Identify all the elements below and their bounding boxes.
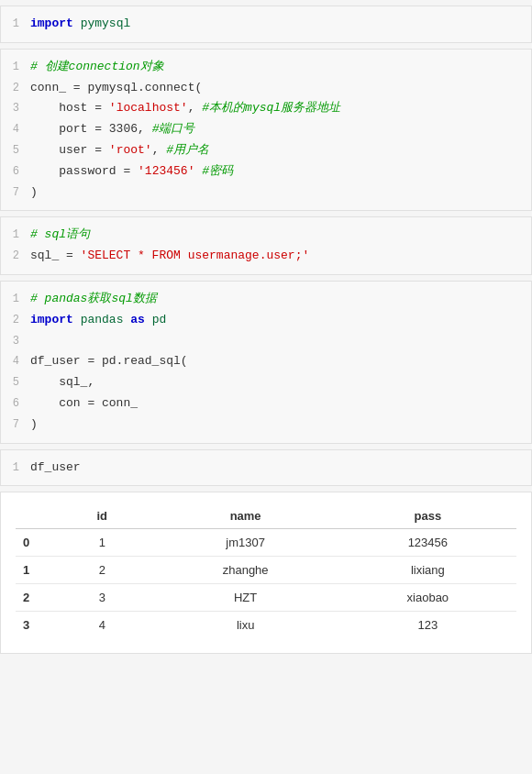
- code-content: user = 'root', #用户名: [30, 141, 531, 160]
- code-line: 4 df_user = pd.read_sql(: [1, 351, 531, 372]
- table-header-pass: pass: [339, 503, 516, 529]
- code-content: sql_,: [30, 373, 531, 393]
- code-line: 1 import pymysql: [1, 14, 531, 35]
- code-content: password = '123456' #密码: [30, 162, 531, 182]
- table-cell-pass: lixiang: [339, 557, 516, 584]
- line-number: 4: [1, 353, 30, 370]
- table-cell-id: 3: [52, 584, 152, 612]
- code-content: sql_ = 'SELECT * FROM usermanage.user;': [30, 247, 531, 266]
- code-line: 2 conn_ = pymysql.connect(: [1, 78, 531, 99]
- line-number: 3: [1, 100, 30, 117]
- line-number: 7: [1, 416, 30, 434]
- line-number: 1: [1, 16, 30, 33]
- code-content: [30, 332, 531, 351]
- line-number: 7: [1, 184, 30, 202]
- table-cell-id: 4: [52, 612, 152, 639]
- code-line: 7 ): [1, 182, 531, 204]
- code-content: # sql语句: [30, 226, 531, 245]
- table-cell-name: zhanghe: [152, 557, 339, 584]
- code-content: # 创建connection对象: [30, 58, 531, 77]
- table-cell-index: 2: [16, 584, 52, 612]
- line-number: 2: [1, 80, 30, 97]
- table-header-index: [16, 503, 52, 529]
- line-number: 1: [1, 227, 30, 244]
- code-content: ): [30, 415, 531, 435]
- code-line: 3 host = 'localhost', #本机的mysql服务器地址: [1, 98, 531, 119]
- table-cell-index: 0: [16, 529, 52, 557]
- code-block-1: 1 import pymysql: [0, 6, 532, 43]
- table-cell-index: 3: [16, 612, 52, 639]
- code-content: # pandas获取sql数据: [30, 290, 531, 309]
- line-number: 2: [1, 312, 30, 329]
- code-content: conn_ = pymysql.connect(: [30, 79, 531, 98]
- line-number: 1: [1, 459, 30, 477]
- code-line: 2 import pandas as pd: [1, 310, 531, 331]
- code-line: 2 sql_ = 'SELECT * FROM usermanage.user;…: [1, 246, 531, 267]
- dataframe-table: id name pass 01jm130712345612zhanghelixi…: [16, 503, 516, 638]
- line-number: 6: [1, 395, 30, 413]
- code-line: 4 port = 3306, #端口号: [1, 119, 531, 140]
- line-number: 2: [1, 248, 30, 265]
- line-number: 5: [1, 142, 30, 160]
- code-content: port = 3306, #端口号: [30, 120, 531, 139]
- code-content: df_user: [30, 459, 531, 478]
- code-line: 1 df_user: [1, 458, 531, 479]
- code-line: 3: [1, 331, 531, 352]
- line-number: 4: [1, 121, 30, 138]
- code-line: 6 con = conn_: [1, 393, 531, 415]
- code-line: 5 sql_,: [1, 372, 531, 393]
- table-header-row: id name pass: [16, 503, 516, 529]
- line-number: 3: [1, 333, 30, 350]
- line-number: 6: [1, 163, 30, 181]
- table-body: 01jm130712345612zhanghelixiang23HZTxiaob…: [16, 529, 516, 639]
- table-cell-index: 1: [16, 557, 52, 584]
- table-cell-id: 2: [52, 557, 152, 584]
- table-cell-id: 1: [52, 529, 152, 557]
- code-line: 5 user = 'root', #用户名: [1, 140, 531, 161]
- table-cell-pass: 123: [339, 612, 516, 639]
- code-line: 1 # sql语句: [1, 225, 531, 246]
- table-cell-pass: 123456: [339, 529, 516, 557]
- dataframe-output: id name pass 01jm130712345612zhanghelixi…: [0, 492, 532, 654]
- code-content: con = conn_: [30, 394, 531, 414]
- code-content: ): [30, 183, 531, 203]
- table-row: 23HZTxiaobao: [16, 584, 516, 612]
- code-content: import pandas as pd: [30, 311, 531, 330]
- code-content: host = 'localhost', #本机的mysql服务器地址: [30, 99, 531, 118]
- table-row: 01jm1307123456: [16, 529, 516, 557]
- code-line: 1 # 创建connection对象: [1, 57, 531, 78]
- code-line: 7 ): [1, 415, 531, 436]
- code-block-4: 1 # pandas获取sql数据 2 import pandas as pd …: [0, 281, 532, 444]
- code-line: 6 password = '123456' #密码: [1, 161, 531, 182]
- code-content: df_user = pd.read_sql(: [30, 352, 531, 371]
- line-number: 5: [1, 374, 30, 392]
- code-content: import pymysql: [30, 15, 531, 34]
- line-number: 1: [1, 291, 30, 308]
- code-block-2: 1 # 创建connection对象 2 conn_ = pymysql.con…: [0, 49, 532, 212]
- table-cell-name: lixu: [152, 612, 339, 639]
- table-cell-name: jm1307: [152, 529, 339, 557]
- code-block-5: 1 df_user: [0, 449, 532, 487]
- table-row: 12zhanghelixiang: [16, 557, 516, 584]
- table-row: 34lixu123: [16, 612, 516, 639]
- table-header-id: id: [52, 503, 152, 529]
- table-cell-name: HZT: [152, 584, 339, 612]
- table-header-name: name: [152, 503, 339, 529]
- line-number: 1: [1, 59, 30, 76]
- table-cell-pass: xiaobao: [339, 584, 516, 612]
- code-block-3: 1 # sql语句 2 sql_ = 'SELECT * FROM userma…: [0, 216, 532, 275]
- code-line: 1 # pandas获取sql数据: [1, 289, 531, 310]
